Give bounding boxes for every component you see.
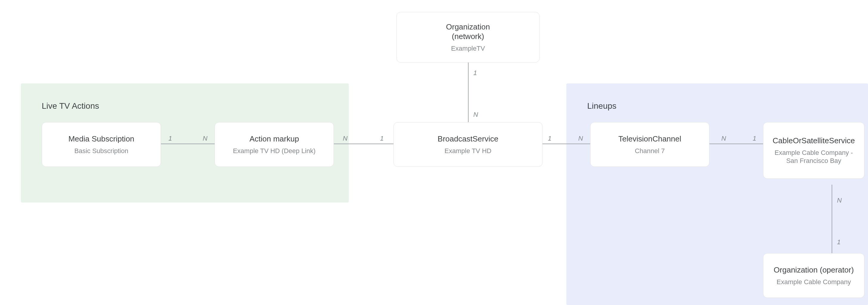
card-orgnetwork-side: 1 [473, 69, 477, 77]
node-media-subscription: Media Subscription Basic Subscription [42, 122, 161, 167]
edge-cable-orgoperator [832, 185, 832, 253]
node-title: Organization (operator) [774, 265, 854, 275]
node-title: CableOrSatelliteService [773, 136, 855, 146]
region-title-live-tv-actions: Live TV Actions [42, 101, 99, 111]
node-sub: Example Cable Company - San Francisco Ba… [775, 148, 853, 165]
node-cable-or-satellite-service: CableOrSatelliteService Example Cable Co… [763, 122, 864, 179]
node-title: Media Subscription [68, 134, 134, 144]
node-title: Action markup [249, 134, 299, 144]
card-action-left: N [203, 135, 208, 142]
card-broadcast-left: 1 [380, 135, 383, 142]
card-broadcast-right: 1 [548, 135, 552, 142]
node-organization-operator: Organization (operator) Example Cable Co… [763, 253, 864, 298]
node-title: TelevisionChannel [618, 134, 681, 144]
edge-orgnetwork-broadcast [468, 60, 469, 125]
edge-mediasub-action [158, 143, 218, 144]
region-title-lineups: Lineups [587, 101, 616, 111]
node-title: BroadcastService [438, 134, 498, 144]
edge-tvchannel-cable [709, 143, 769, 144]
node-sub: Basic Subscription [74, 147, 128, 155]
node-sub: Example TV HD [444, 147, 491, 155]
card-mediasub-right: 1 [168, 135, 172, 142]
card-action-right: N [343, 135, 347, 142]
card-tvchannel-left: N [578, 135, 583, 142]
card-cable-bottom: N [837, 197, 842, 204]
node-sub: Channel 7 [635, 147, 665, 155]
node-organization-network: Organization (network) ExampleTV [397, 12, 539, 63]
node-sub: Example TV HD (Deep Link) [233, 147, 315, 155]
node-action-markup: Action markup Example TV HD (Deep Link) [215, 122, 334, 167]
node-sub: ExampleTV [451, 44, 485, 53]
node-title: Organization (network) [446, 22, 490, 41]
card-orgoperator-top: 1 [837, 238, 841, 246]
card-cable-left: 1 [753, 135, 756, 142]
card-broadcast-top-side: N [473, 111, 478, 118]
edge-broadcast-tvchannel [536, 143, 596, 144]
node-sub: Example Cable Company [776, 278, 851, 286]
edge-action-broadcast [331, 143, 402, 144]
card-tvchannel-right: N [721, 135, 726, 142]
node-broadcast-service: BroadcastService Example TV HD [394, 122, 542, 167]
node-television-channel: TelevisionChannel Channel 7 [590, 122, 709, 167]
